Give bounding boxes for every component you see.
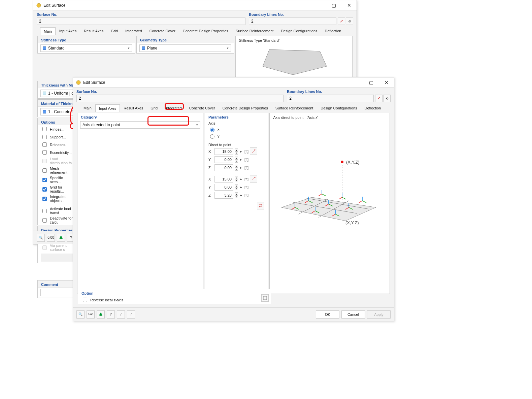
tab-concrete-design[interactable]: Concrete Design Properties <box>219 104 272 112</box>
option-specific-axes[interactable]: Specific axes... <box>38 175 77 185</box>
footer-fx-icon[interactable]: f <box>117 310 125 319</box>
tab-integrated[interactable]: Integrated <box>161 104 186 112</box>
svg-line-40 <box>342 197 346 199</box>
minimize-button[interactable]: — <box>311 0 326 10</box>
direct-to-point-label: Direct to point <box>208 143 264 147</box>
option-deactivate-calc[interactable]: Deactivate for calcu <box>38 215 77 225</box>
tab-grid[interactable]: Grid <box>147 104 161 112</box>
reverse-z-check[interactable]: Reverse local z-axis <box>78 296 259 304</box>
axis-y-radio[interactable]: y <box>208 133 264 139</box>
tab-deflection[interactable]: Deflection <box>321 27 345 35</box>
coord2-z-input[interactable] <box>214 192 233 199</box>
cancel-button[interactable]: Cancel <box>341 310 365 319</box>
axis-x-radio[interactable]: x <box>208 126 264 133</box>
footer-fz-icon[interactable]: f <box>127 310 135 319</box>
preview-label-bottom: (X,Y,Z) <box>345 220 359 225</box>
titlebar-window2: Edit Surface — ▢ ✕ <box>73 77 394 88</box>
boundary-lines-input[interactable] <box>287 95 374 102</box>
stiffness-type-select[interactable]: Standard <box>40 44 132 52</box>
footer-magnify-icon[interactable]: 🔍 <box>37 234 45 242</box>
coord2-y-input[interactable] <box>214 184 233 191</box>
boundary-pick-icon[interactable] <box>338 18 345 25</box>
spinner[interactable]: ▴▾ <box>235 176 238 182</box>
spinner[interactable]: ▴▾ <box>235 165 238 171</box>
tab-integrated[interactable]: Integrated <box>122 27 146 35</box>
coord2-z: Z ▴▾ ▸ [ft] <box>208 191 248 199</box>
tab-input-axes[interactable]: Input Axes <box>95 104 120 112</box>
category-value: Axis directed to point <box>82 123 120 127</box>
boundary-reset-icon[interactable]: ⟲ <box>383 95 391 102</box>
tab-result-axes[interactable]: Result Axes <box>120 104 147 112</box>
option-mesh-refinement[interactable]: Mesh refinement... <box>38 166 77 175</box>
tab-input-axes[interactable]: Input Axes <box>56 27 80 35</box>
tab-main[interactable]: Main <box>40 27 56 35</box>
boundary-lines-input[interactable] <box>249 18 336 25</box>
surface-no-label: Surface No. <box>37 12 245 16</box>
footer-units-icon[interactable]: 0.00 <box>87 310 95 319</box>
tab-concrete-cover[interactable]: Concrete Cover <box>146 27 179 35</box>
svg-point-16 <box>341 161 343 163</box>
footer-tree-icon[interactable]: 🌲 <box>97 310 105 319</box>
surface-no-input[interactable] <box>37 18 245 25</box>
svg-line-44 <box>359 201 362 203</box>
window2-title: Edit Surface <box>83 80 348 85</box>
maximize-button[interactable]: ▢ <box>326 0 341 10</box>
footer-magnify-icon[interactable]: 🔍 <box>76 310 85 319</box>
tab-result-axes[interactable]: Result Axes <box>80 27 107 35</box>
coord2-x-input[interactable] <box>214 176 233 182</box>
surface-no-input[interactable] <box>76 95 284 102</box>
footer-tree-icon[interactable]: 🌲 <box>57 234 65 242</box>
svg-point-5 <box>76 80 80 85</box>
svg-point-8 <box>255 149 256 151</box>
tab-concrete-cover[interactable]: Concrete Cover <box>186 104 219 112</box>
pick-point-2-icon[interactable] <box>250 175 257 182</box>
maximize-button[interactable]: ▢ <box>364 77 379 88</box>
stiffness-chip-icon <box>43 46 46 50</box>
tabs-window2: Main Input Axes Result Axes Grid Integra… <box>76 104 391 112</box>
tab-design-config[interactable]: Design Configurations <box>277 27 321 35</box>
option-load-dist: Load distribution fa <box>38 156 77 166</box>
comment-input[interactable] <box>40 289 75 296</box>
tabs-window1: Main Input Axes Result Axes Grid Integra… <box>37 27 353 35</box>
close-button[interactable]: ✕ <box>341 0 357 10</box>
tab-main[interactable]: Main <box>80 104 95 112</box>
footer-units-icon[interactable]: 0.00 <box>47 234 55 242</box>
boundary-pick-icon[interactable] <box>375 95 383 102</box>
svg-line-6 <box>378 97 380 99</box>
option-support[interactable]: Support... <box>38 133 77 141</box>
minimize-button[interactable]: — <box>348 77 364 88</box>
option-grid-results[interactable]: Grid for results... <box>38 185 77 194</box>
spinner[interactable]: ▴▾ <box>235 192 238 198</box>
tab-concrete-design[interactable]: Concrete Design Properties <box>179 27 232 35</box>
tab-design-config[interactable]: Design Configurations <box>317 104 361 112</box>
footer-help-icon[interactable]: ? <box>107 310 115 319</box>
geometry-type-select[interactable]: Plane <box>139 44 231 52</box>
tab-deflection[interactable]: Deflection <box>361 104 385 112</box>
geometry-type-label: Geometry Type <box>137 36 234 43</box>
option-eccentricity[interactable]: Eccentricity... <box>38 148 77 156</box>
svg-line-7 <box>252 150 255 153</box>
close-button[interactable]: ✕ <box>379 77 394 88</box>
pick-point-1-icon[interactable] <box>250 147 257 155</box>
option-hinges[interactable]: Hinges... <box>38 125 77 133</box>
tab-surface-reinf[interactable]: Surface Reinforcement <box>232 27 277 35</box>
option-integrated-objects[interactable]: Integrated objects.. <box>38 194 77 203</box>
tab-surface-reinf[interactable]: Surface Reinforcement <box>272 104 317 112</box>
swap-points-icon[interactable] <box>257 202 264 209</box>
option-releases[interactable]: Releases... <box>38 141 77 148</box>
svg-line-38 <box>319 194 322 196</box>
tab-grid[interactable]: Grid <box>107 27 122 35</box>
spinner[interactable]: ▴▾ <box>235 148 238 155</box>
option-extra-icon[interactable] <box>261 294 269 302</box>
category-select[interactable]: Axis directed to point <box>80 121 200 129</box>
ok-button[interactable]: OK <box>316 310 339 319</box>
apply-button[interactable]: Apply <box>367 310 391 319</box>
option-activate-load[interactable]: Activate load transf <box>38 206 77 215</box>
coord1-y-input[interactable] <box>214 156 233 163</box>
spinner[interactable]: ▴▾ <box>235 157 238 163</box>
coord1-x-input[interactable] <box>214 148 233 155</box>
coord1-z-input[interactable] <box>214 164 233 171</box>
spinner[interactable]: ▴▾ <box>235 184 238 190</box>
boundary-reset-icon[interactable]: ⟲ <box>346 18 353 25</box>
svg-line-1 <box>340 20 342 22</box>
